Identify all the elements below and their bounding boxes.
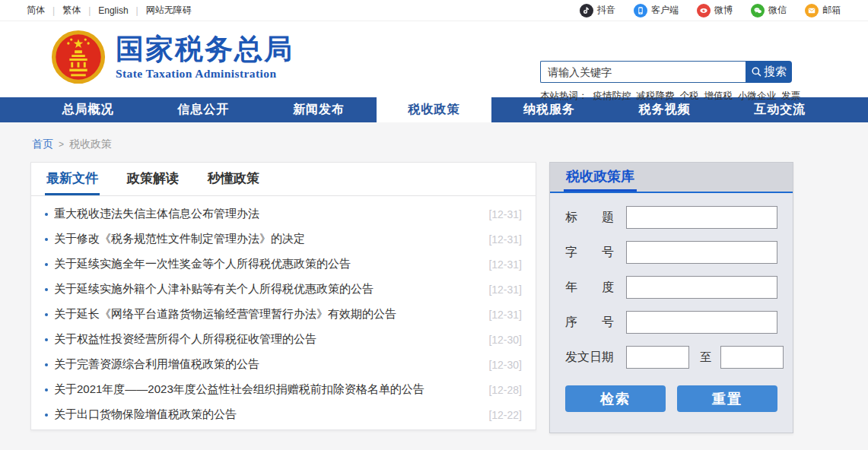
hotwords: 本站热词： 疫情防控减税降费个税增值税小微企业发票	[540, 90, 793, 103]
nav-item[interactable]: 总局概况	[30, 97, 146, 122]
policy-panel-title: 税收政策库	[564, 163, 637, 192]
news-item[interactable]: 关于修改《税务规范性文件制定管理办法》的决定 [12-31]	[45, 227, 522, 252]
date-from-input[interactable]	[626, 346, 689, 369]
news-item[interactable]: 关于权益性投资经营所得个人所得税征收管理的公告 [12-30]	[45, 327, 522, 352]
field-label: 字 号	[565, 245, 614, 261]
news-item[interactable]: 关于延续实施外籍个人津补贴等有关个人所得税优惠政策的公告 [12-31]	[45, 277, 522, 302]
policy-field-input[interactable]	[626, 241, 777, 264]
news-item[interactable]: 关于延续实施全年一次性奖金等个人所得税优惠政策的公告 [12-31]	[45, 252, 522, 277]
search-area: 搜索 本站热词： 疫情防控减税降费个税增值税小微企业发票	[540, 61, 793, 103]
news-tab[interactable]: 最新文件	[45, 163, 100, 195]
news-link[interactable]: 关于延长《网络平台道路货物运输经营管理暂行办法》有效期的公告	[54, 307, 396, 322]
news-date: [12-31]	[481, 208, 522, 220]
news-link[interactable]: 重大税收违法失信主体信息公布管理办法	[54, 207, 259, 221]
nav-item[interactable]: 新闻发布	[261, 97, 377, 122]
news-date: [12-31]	[481, 258, 522, 271]
social-label: 微信	[768, 4, 787, 17]
nav-item[interactable]: 信息公开	[146, 97, 262, 122]
hotword-link[interactable]: 发票	[781, 90, 800, 103]
bullet-icon	[45, 414, 48, 417]
news-item[interactable]: 关于延长《网络平台道路货物运输经营管理暂行办法》有效期的公告 [12-31]	[45, 302, 522, 327]
topbar: 简体|繁体|English|网站无障碍 抖音 客户端 微博 微信 邮箱	[0, 0, 868, 21]
bullet-icon	[45, 313, 48, 316]
news-date: [12-30]	[481, 334, 522, 346]
social-link[interactable]: 客户端	[634, 4, 679, 17]
hotword-link[interactable]: 疫情防控	[593, 90, 631, 103]
breadcrumb-home-link[interactable]: 首页	[32, 138, 53, 151]
social-label: 抖音	[597, 4, 615, 17]
news-date: [12-31]	[481, 284, 522, 296]
site-logo[interactable]: 国家税务总局 State Taxation Administration	[50, 29, 294, 85]
news-link[interactable]: 关于延续实施外籍个人津补贴等有关个人所得税优惠政策的公告	[54, 282, 374, 296]
bullet-icon	[45, 238, 48, 241]
date-to-label: 至	[700, 350, 711, 365]
field-label: 序 号	[565, 315, 614, 331]
news-tabs: 最新文件政策解读秒懂政策	[31, 163, 536, 196]
policy-panel-header: 税收政策库	[550, 163, 793, 193]
site-header: 国家税务总局 State Taxation Administration 搜索 …	[0, 21, 868, 97]
main-content: 最新文件政策解读秒懂政策 重大税收违法失信主体信息公布管理办法 [12-31] …	[0, 162, 868, 433]
news-item[interactable]: 重大税收违法失信主体信息公布管理办法 [12-31]	[45, 201, 522, 227]
news-link[interactable]: 关于出口货物保险增值税政策的公告	[54, 407, 237, 422]
hotword-link[interactable]: 个税	[680, 90, 699, 103]
bullet-icon	[45, 288, 48, 291]
language-link[interactable]: 简体	[27, 4, 45, 17]
news-item[interactable]: 关于出口货物保险增值税政策的公告 [12-22]	[45, 402, 522, 427]
search-button-label: 搜索	[764, 65, 787, 79]
news-link[interactable]: 关于权益性投资经营所得个人所得税征收管理的公告	[54, 332, 316, 347]
news-tab[interactable]: 政策解读	[126, 163, 180, 195]
site-title: 国家税务总局	[116, 33, 294, 66]
language-link[interactable]: English	[98, 5, 128, 16]
form-row: 标 题	[565, 206, 777, 229]
search-input[interactable]	[540, 61, 746, 83]
news-tab[interactable]: 秒懂政策	[206, 163, 261, 195]
field-label: 标 题	[565, 210, 614, 226]
news-item[interactable]: 关于2021年度——2023年度公益性社会组织捐赠税前扣除资格名单的公告 [12…	[45, 377, 522, 402]
nav-item[interactable]: 税收政策	[377, 97, 492, 122]
policy-field-input[interactable]	[626, 276, 777, 299]
form-row: 字 号	[565, 241, 777, 264]
wechat-icon	[751, 4, 765, 17]
news-link[interactable]: 关于完善资源综合利用增值税政策的公告	[54, 357, 259, 372]
mail-icon	[805, 4, 819, 17]
policy-field-input[interactable]	[626, 311, 777, 334]
douyin-icon	[580, 4, 593, 17]
social-label: 邮箱	[822, 4, 841, 17]
logo-text: 国家税务总局 State Taxation Administration	[116, 33, 294, 81]
hotword-link[interactable]: 小微企业	[738, 90, 776, 103]
bullet-icon	[45, 263, 48, 266]
language-link[interactable]: 网站无障碍	[146, 4, 192, 17]
social-link[interactable]: 微博	[697, 4, 733, 17]
social-link[interactable]: 邮箱	[805, 4, 841, 17]
separator: |	[88, 5, 91, 16]
search-submit-button[interactable]: 检索	[565, 385, 666, 412]
form-row: 年 度	[565, 276, 777, 299]
news-item[interactable]: 关于完善资源综合利用增值税政策的公告 [12-30]	[45, 352, 522, 377]
weibo-icon	[697, 4, 711, 17]
language-link[interactable]: 繁体	[62, 4, 81, 17]
national-emblem-icon	[50, 29, 107, 85]
search-button[interactable]: 搜索	[746, 61, 792, 83]
hotword-link[interactable]: 减税降费	[637, 90, 675, 103]
bullet-icon	[45, 388, 48, 391]
news-link[interactable]: 关于修改《税务规范性文件制定管理办法》的决定	[54, 232, 305, 246]
form-buttons: 检索 重置	[565, 385, 777, 412]
bullet-icon	[45, 363, 48, 366]
policy-field-input[interactable]	[626, 206, 777, 229]
date-to-input[interactable]	[720, 346, 784, 369]
news-date: [12-28]	[481, 384, 522, 396]
news-link[interactable]: 关于延续实施全年一次性奖金等个人所得税优惠政策的公告	[54, 257, 351, 271]
search-icon	[751, 66, 762, 78]
reset-button[interactable]: 重置	[677, 385, 777, 412]
separator: |	[52, 5, 55, 16]
social-link[interactable]: 抖音	[580, 4, 615, 17]
hotword-link[interactable]: 增值税	[704, 90, 733, 103]
news-list: 重大税收违法失信主体信息公布管理办法 [12-31] 关于修改《税务规范性文件制…	[31, 196, 536, 427]
news-date: [12-30]	[481, 359, 522, 371]
social-label: 微博	[714, 4, 733, 17]
social-link[interactable]: 微信	[751, 4, 787, 17]
phone-icon	[634, 4, 647, 17]
separator: |	[136, 5, 138, 16]
news-link[interactable]: 关于2021年度——2023年度公益性社会组织捐赠税前扣除资格名单的公告	[54, 382, 424, 397]
news-date: [12-31]	[481, 309, 522, 321]
